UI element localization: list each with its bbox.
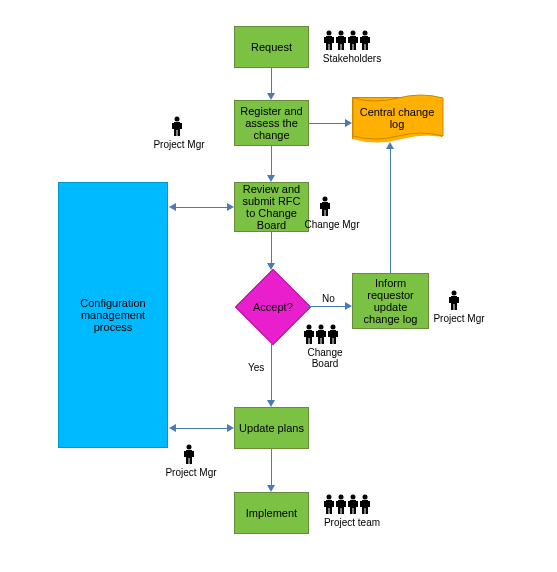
actor-label: Project Mgr — [432, 313, 486, 324]
person-icon — [184, 444, 196, 466]
edge — [271, 232, 272, 265]
node-label: Implement — [246, 507, 297, 519]
arrow-head-icon — [345, 302, 352, 310]
arrow-head-icon — [267, 263, 275, 270]
node-inform: Inform requestor update change log — [352, 273, 429, 329]
edge — [271, 146, 272, 177]
arrow-head-icon — [227, 424, 234, 432]
edge — [271, 343, 272, 402]
arrow-head-icon — [169, 424, 176, 432]
arrow-head-icon — [267, 93, 275, 100]
arrow-head-icon — [227, 203, 234, 211]
arrow-head-icon — [169, 203, 176, 211]
node-implement: Implement — [234, 492, 309, 534]
person-icon — [304, 324, 340, 346]
node-update: Update plans — [234, 407, 309, 449]
person-icon — [324, 494, 372, 516]
edge — [175, 428, 227, 429]
node-label: Review and submit RFC to Change Board — [239, 183, 304, 231]
person-icon — [320, 196, 332, 218]
node-label: Accept? — [253, 301, 293, 313]
node-label: Central change log — [357, 106, 437, 130]
actor-label: Change Mgr — [304, 219, 360, 230]
node-label: Update plans — [239, 422, 304, 434]
node-request: Request — [234, 26, 309, 68]
node-accept: Accept? — [235, 269, 311, 345]
person-icon — [172, 116, 184, 138]
node-label: Inform requestor update change log — [357, 277, 424, 325]
actor-label: Project Mgr — [164, 467, 218, 478]
edge — [309, 123, 347, 124]
arrow-head-icon — [267, 485, 275, 492]
edge — [175, 207, 227, 208]
node-label: Register and assess the change — [239, 105, 304, 141]
edge — [271, 449, 272, 487]
edge — [308, 306, 347, 307]
actor-label: Change Board — [293, 347, 357, 369]
person-icon — [324, 30, 372, 52]
arrow-head-icon — [267, 175, 275, 182]
person-icon — [449, 290, 461, 312]
flowchart-canvas: Request Register and assess the change R… — [0, 0, 557, 572]
node-label: Configuration management process — [63, 297, 163, 333]
node-change-log: Central change log — [352, 97, 442, 146]
edge-label-no: No — [322, 293, 335, 304]
arrow-head-icon — [345, 119, 352, 127]
actor-label: Project team — [322, 517, 382, 528]
node-review: Review and submit RFC to Change Board — [234, 182, 309, 232]
actor-label: Project Mgr — [152, 139, 206, 150]
edge — [390, 148, 391, 273]
node-config: Configuration management process — [58, 182, 168, 448]
node-register: Register and assess the change — [234, 100, 309, 146]
node-label: Request — [251, 41, 292, 53]
arrow-head-icon — [386, 142, 394, 149]
edge — [271, 68, 272, 95]
edge-label-yes: Yes — [248, 362, 264, 373]
arrow-head-icon — [267, 400, 275, 407]
actor-label: Stakeholders — [322, 53, 382, 64]
